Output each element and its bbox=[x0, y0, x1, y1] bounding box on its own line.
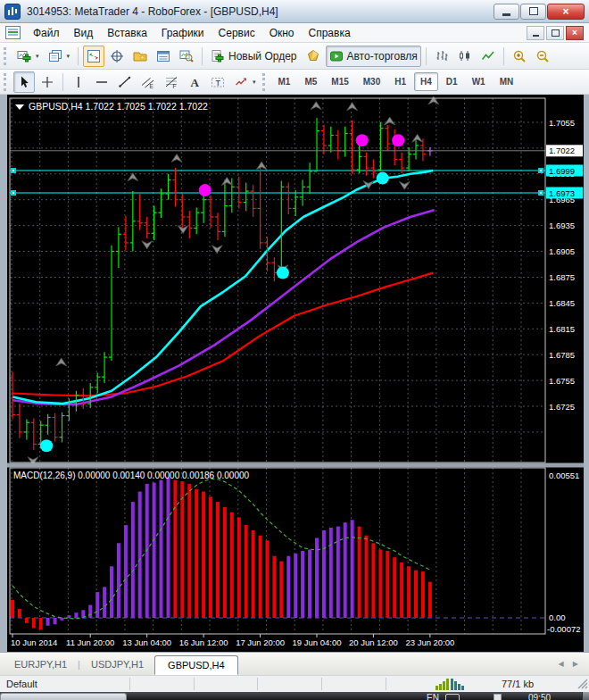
toolbar-separator bbox=[503, 47, 504, 65]
text-label-button[interactable]: T bbox=[207, 71, 228, 93]
timeframe-m15-button[interactable]: M15 bbox=[325, 72, 354, 91]
metaeditor-button[interactable] bbox=[303, 46, 324, 67]
chart-tab-gbpusdh4[interactable]: GBPUSD,H4 bbox=[154, 655, 238, 675]
zoom-out-icon bbox=[535, 49, 550, 63]
timeframe-m5-button[interactable]: M5 bbox=[298, 72, 323, 91]
svg-text:0.00551: 0.00551 bbox=[549, 471, 579, 480]
menu-item-2[interactable]: Вставка bbox=[100, 24, 154, 42]
status-bar: Default 77/1 kb bbox=[0, 675, 589, 692]
new-chart-button[interactable]: ▾ bbox=[13, 46, 43, 67]
trendline-icon bbox=[118, 75, 132, 89]
timeframe-h4-button[interactable]: H4 bbox=[414, 72, 438, 91]
tab-scroll-arrows[interactable]: ◀ ▶ bbox=[558, 660, 585, 668]
autotrading-button[interactable]: Авто-торговля bbox=[326, 46, 421, 67]
chart-tab-eurjpyh1[interactable]: EURJPY,H1 bbox=[4, 654, 78, 674]
svg-text:13 Jun 04:00: 13 Jun 04:00 bbox=[122, 638, 171, 647]
toolbar-charts: EFAT▾M1M5M15M30H1H4D1W1MN bbox=[0, 70, 589, 95]
trendline-button[interactable] bbox=[114, 71, 136, 93]
timeframe-m1-button[interactable]: M1 bbox=[272, 72, 297, 91]
svg-text:23 Jun 20:00: 23 Jun 20:00 bbox=[405, 638, 454, 647]
minimize-button[interactable] bbox=[494, 4, 519, 20]
menu-bar: ФайлВидВставкаГрафикиСервисОкноСправка × bbox=[0, 23, 589, 43]
strategy-tester-button[interactable] bbox=[176, 46, 197, 67]
text-button[interactable]: A bbox=[184, 71, 205, 93]
crosshair-icon bbox=[40, 75, 54, 89]
dropdown-arrow-icon[interactable]: ▾ bbox=[253, 79, 256, 86]
profiles-button[interactable]: ▾ bbox=[45, 46, 74, 67]
dropdown-arrow-icon[interactable]: ▾ bbox=[36, 53, 39, 60]
language-indicator[interactable]: EN bbox=[427, 693, 439, 700]
resize-grip[interactable] bbox=[577, 679, 588, 691]
chart-window-icon[interactable] bbox=[5, 26, 21, 39]
timeframe-w1-button[interactable]: W1 bbox=[466, 72, 492, 91]
horizontal-line-button[interactable] bbox=[91, 71, 112, 93]
taskbar-window-button[interactable] bbox=[0, 693, 127, 700]
equidistant-channel-icon: E bbox=[141, 75, 155, 89]
child-minimize-button[interactable] bbox=[527, 26, 544, 40]
vertical-line-icon bbox=[71, 75, 86, 89]
zoom-out-button[interactable] bbox=[532, 46, 553, 67]
taskbar-clock[interactable]: 09:50 bbox=[528, 693, 551, 700]
status-separator bbox=[257, 678, 258, 690]
arrows-button[interactable]: ▾ bbox=[230, 71, 260, 93]
equidistant-channel-button[interactable]: E bbox=[137, 71, 159, 93]
menu-item-1[interactable]: Вид bbox=[67, 24, 101, 42]
new-order-button[interactable]: Новый Ордер bbox=[207, 46, 300, 67]
svg-text:E: E bbox=[150, 82, 154, 88]
timeframe-m30-button[interactable]: M30 bbox=[357, 72, 386, 91]
metaeditor-icon bbox=[306, 49, 320, 63]
menu-item-6[interactable]: Справка bbox=[302, 24, 358, 42]
chart-line-button[interactable] bbox=[477, 46, 499, 67]
crosshair-button[interactable] bbox=[37, 71, 58, 93]
chart-bars-icon bbox=[435, 49, 449, 63]
svg-text:T: T bbox=[216, 78, 221, 87]
toolbar-grip bbox=[262, 73, 268, 91]
status-separator bbox=[386, 678, 386, 690]
dropdown-arrow-icon[interactable]: ▾ bbox=[67, 53, 71, 60]
vertical-line-button[interactable] bbox=[68, 71, 89, 93]
timeframe-mn-button[interactable]: MN bbox=[494, 72, 520, 91]
navigator-button[interactable] bbox=[129, 46, 151, 67]
svg-text:A: A bbox=[191, 75, 200, 88]
terminal-button[interactable] bbox=[153, 46, 174, 67]
chart-tab-usdjpyh1[interactable]: USDJPY,H1 bbox=[80, 654, 154, 674]
chart-bars-button[interactable] bbox=[431, 46, 452, 67]
svg-text:17 Jun 20:00: 17 Jun 20:00 bbox=[236, 638, 285, 647]
svg-text:11 Jun 20:00: 11 Jun 20:00 bbox=[66, 638, 114, 647]
svg-text:1.6999: 1.6999 bbox=[549, 166, 575, 176]
timeframe-d1-button[interactable]: D1 bbox=[440, 72, 464, 91]
menu-item-0[interactable]: Файл bbox=[26, 24, 67, 42]
market-watch-button[interactable] bbox=[83, 46, 104, 67]
chart-area[interactable]: 1.70551.70251.69951.69651.69351.69051.68… bbox=[0, 95, 589, 652]
svg-text:0.00: 0.00 bbox=[549, 612, 566, 622]
svg-text:1.6785: 1.6785 bbox=[549, 350, 575, 360]
keyboard-icon[interactable] bbox=[445, 694, 460, 700]
fibonacci-button[interactable]: F bbox=[161, 71, 182, 93]
child-close-icon: × bbox=[572, 28, 577, 38]
show-desktop-button[interactable] bbox=[582, 692, 589, 700]
restore-icon bbox=[529, 7, 538, 15]
svg-text:1.6935: 1.6935 bbox=[549, 221, 575, 230]
svg-text:-0.00072: -0.00072 bbox=[547, 624, 581, 634]
menu-item-3[interactable]: Графики bbox=[154, 24, 212, 42]
restore-button[interactable] bbox=[520, 4, 546, 20]
child-restore-icon bbox=[552, 29, 560, 37]
tray-icon[interactable] bbox=[494, 694, 502, 700]
svg-text:1.6755: 1.6755 bbox=[549, 376, 575, 386]
chart-candles-button[interactable] bbox=[454, 46, 476, 67]
buy-signal-dot bbox=[377, 172, 389, 185]
menu-item-5[interactable]: Окно bbox=[262, 24, 302, 42]
cursor-button[interactable] bbox=[13, 71, 35, 93]
close-button[interactable]: × bbox=[547, 4, 585, 20]
app-icon bbox=[4, 4, 21, 20]
timeframe-h1-button[interactable]: H1 bbox=[388, 72, 412, 91]
child-close-button[interactable]: × bbox=[566, 26, 584, 40]
data-window-button[interactable] bbox=[106, 46, 128, 67]
window-title: 3014953: MetaTrader 4 - RoboForex - [GBP… bbox=[27, 5, 493, 18]
autotrading-label: Авто-торговля bbox=[347, 50, 418, 62]
menu-item-4[interactable]: Сервис bbox=[212, 24, 262, 42]
mt4-window: 3014953: MetaTrader 4 - RoboForex - [GBP… bbox=[0, 0, 589, 700]
zoom-in-button[interactable] bbox=[509, 46, 530, 67]
child-restore-button[interactable] bbox=[546, 26, 564, 40]
chart-candles-icon bbox=[458, 49, 472, 63]
